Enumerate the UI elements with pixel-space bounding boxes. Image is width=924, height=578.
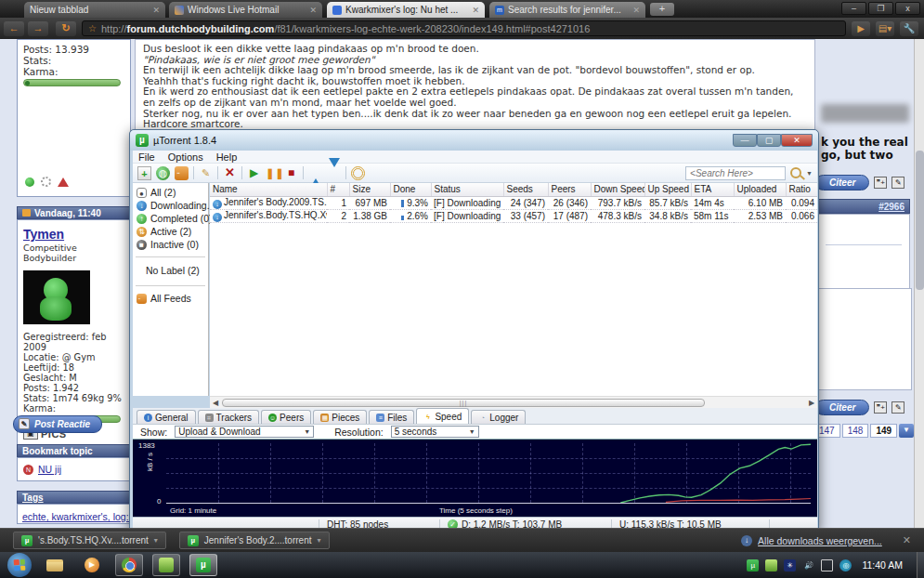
citeer-button[interactable]: Citeer — [815, 175, 869, 190]
menu-options[interactable]: Options — [168, 151, 203, 163]
new-tab-button[interactable]: + — [650, 3, 674, 16]
multiquote-icon[interactable]: ❞+ — [874, 177, 887, 189]
tab-logger[interactable]: ◔Logger — [471, 410, 526, 424]
taskbar-utorrent[interactable]: µ — [189, 554, 217, 576]
taskbar-explorer[interactable] — [41, 554, 69, 576]
download-item[interactable]: µ Jennifer's Body.2....torrent ▾ — [179, 532, 330, 549]
tab-trackers[interactable]: ⌗Trackers — [198, 410, 260, 424]
forward-button[interactable]: → — [28, 21, 48, 36]
torrent-row[interactable]: ↓Jennifer's.Body.TS.HQ.XviD-FU... 2 1.38… — [210, 209, 817, 222]
quickedit-icon[interactable]: ✎ — [891, 177, 904, 189]
scroll-right-arrow[interactable]: ▶ — [806, 398, 817, 408]
page-menu-icon[interactable]: ▤▾ — [876, 21, 894, 36]
rss-icon[interactable]: ᭸ — [175, 166, 189, 180]
bookmark-star-icon[interactable]: ☆ — [88, 23, 97, 33]
multiquote-icon[interactable]: ❞+ — [874, 401, 887, 414]
volume-icon[interactable]: 🔊 — [802, 559, 814, 571]
start-button[interactable] — [7, 553, 32, 577]
show-desktop-button[interactable] — [917, 552, 924, 578]
chevron-down-icon[interactable]: ▾ — [317, 536, 320, 545]
citeer-button[interactable]: Citeer — [815, 400, 869, 415]
search-icon[interactable] — [790, 167, 801, 178]
menu-help[interactable]: Help — [216, 151, 238, 163]
show-all-downloads-link[interactable]: ↓ Alle downloads weergeven... — [741, 535, 882, 546]
tab-new-tab[interactable]: Nieuw tabblad ✕ — [24, 2, 165, 18]
tray-utorrent-icon[interactable]: µ — [747, 559, 759, 571]
stop-icon[interactable]: ■ — [284, 166, 298, 180]
move-up-icon[interactable] — [308, 166, 322, 180]
add-url-icon[interactable]: ◍ — [156, 166, 170, 180]
close-button[interactable]: ✕ — [781, 134, 813, 147]
username-link[interactable]: Tymen — [23, 227, 64, 242]
go-button[interactable]: ▶ — [852, 21, 870, 36]
tab-pieces[interactable]: ▦Pieces — [313, 410, 367, 424]
url-bar[interactable]: ☆ http://forum.dutchbodybuilding.com/f81… — [82, 20, 846, 36]
report-warning-icon[interactable] — [58, 177, 69, 187]
torrent-row[interactable]: ↓Jennifer's Body.2009.TS.NL-Sub... 1 697… — [210, 196, 817, 209]
quickedit-icon[interactable]: ✎ — [891, 401, 904, 414]
scroll-left-arrow[interactable]: ◀ — [210, 398, 221, 408]
torrent-list-header[interactable]: Name# SizeDone StatusSeeds PeersDown Spe… — [210, 183, 817, 196]
sidebar-item-all[interactable]: ● All (2) — [133, 186, 208, 199]
create-torrent-icon[interactable]: ✎ — [199, 166, 213, 180]
tab-peers[interactable]: ☺Peers — [261, 410, 311, 424]
add-torrent-icon[interactable]: + — [137, 166, 151, 180]
bookmark-link[interactable]: NU jij — [38, 464, 61, 475]
wrench-menu-icon[interactable]: 🔧 — [900, 21, 918, 36]
tab-close-icon[interactable]: ✕ — [309, 6, 317, 15]
page-148[interactable]: 148 — [842, 424, 869, 438]
sidebar-item-inactive[interactable]: ■ Inactive (0) — [133, 238, 208, 251]
tab-close-icon[interactable]: ✕ — [632, 6, 640, 15]
tab-hotmail[interactable]: Windows Live Hotmail ✕ — [169, 2, 322, 18]
page-jump-dropdown[interactable]: ▼ — [899, 424, 914, 438]
reload-button[interactable]: ↻ — [56, 21, 76, 36]
minimize-button[interactable]: – — [841, 2, 866, 15]
resolution-dropdown[interactable]: 5 seconds▼ — [391, 426, 479, 438]
tab-general[interactable]: iGeneral — [137, 410, 196, 424]
network-icon[interactable] — [821, 559, 833, 571]
restore-button[interactable]: ❐ — [868, 2, 893, 15]
download-item[interactable]: µ 's.Body.TS.HQ.Xv....torrent ▾ — [13, 532, 166, 549]
post-reactie-button[interactable]: ✎ Post Reactie — [13, 414, 102, 433]
tray-blue-icon[interactable]: ◎ — [839, 559, 852, 571]
maximize-button[interactable]: ▢ — [757, 134, 781, 147]
tab-close-icon[interactable]: ✕ — [152, 6, 160, 15]
utorrent-titlebar[interactable]: µ µTorrent 1.8.4 — ▢ ✕ — [130, 130, 818, 151]
tab-search[interactable]: m Search results for jennifer... ✕ — [489, 2, 645, 18]
horizontal-scrollbar[interactable]: ◀ ||| ▶ — [210, 396, 817, 408]
sidebar-item-active[interactable]: ⇅ Active (2) — [133, 225, 208, 238]
sidebar-item-completed[interactable]: ↑ Completed (0) — [133, 212, 208, 225]
preferences-gear-icon[interactable] — [351, 166, 365, 180]
taskbar-chrome[interactable] — [115, 554, 143, 576]
tray-green-icon[interactable] — [765, 559, 777, 571]
clock[interactable]: 11:40 AM — [862, 559, 903, 571]
sidebar-item-no-label[interactable]: No Label (2) — [133, 263, 208, 280]
tab-speed[interactable]: ϟSpeed — [416, 408, 469, 424]
scrollbar-thumb[interactable]: ||| — [222, 399, 705, 407]
menu-file[interactable]: File — [138, 151, 155, 163]
sidebar-item-downloading[interactable]: ↓ Downloading... — [133, 199, 208, 212]
taskbar-media-player[interactable]: ▶ — [78, 554, 106, 576]
tab-close-icon[interactable]: ✕ — [472, 6, 479, 15]
move-down-icon[interactable] — [327, 166, 341, 180]
minimize-button[interactable]: — — [733, 134, 757, 147]
search-input[interactable] — [685, 166, 786, 180]
taskbar-app-green[interactable] — [152, 554, 180, 576]
remove-icon[interactable]: ✕ — [223, 166, 237, 180]
tab-files[interactable]: ≡Files — [369, 410, 414, 424]
sidebar-item-all-feeds[interactable]: ᭸ All Feeds — [133, 292, 208, 305]
gear-icon[interactable] — [41, 177, 51, 187]
close-shelf-icon[interactable]: ✕ — [903, 534, 911, 546]
close-button[interactable]: x — [895, 2, 920, 15]
show-dropdown[interactable]: Upload & Download▼ — [175, 426, 314, 438]
post-number-link[interactable]: #2966 — [878, 202, 904, 212]
tray-network-activity-icon[interactable]: ✳ — [784, 559, 796, 571]
chevron-down-icon[interactable]: ▾ — [154, 536, 158, 545]
search-dropdown-caret[interactable]: ▼ — [806, 170, 813, 177]
pause-icon[interactable]: ❚❚ — [266, 166, 280, 180]
tab-forum-active[interactable]: Kwarkmixer's log: Nu het ... ✕ — [327, 2, 485, 18]
back-button[interactable]: ← — [4, 21, 24, 36]
page-scrollbar[interactable] — [914, 39, 924, 552]
avatar[interactable] — [23, 270, 90, 324]
tags-links[interactable]: echte, kwarkmixer's, log:, w — [22, 511, 131, 522]
